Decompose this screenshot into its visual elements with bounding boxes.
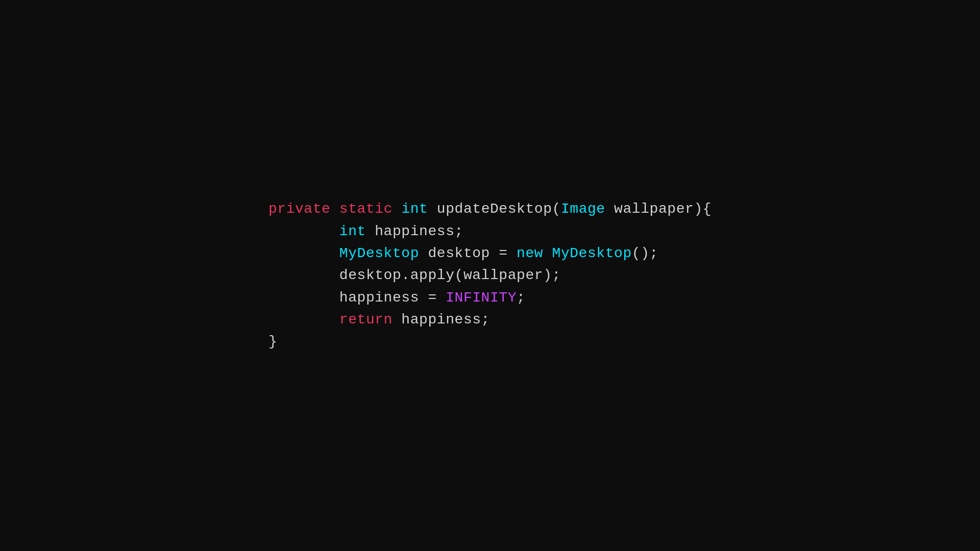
- code-line-line3: MyDesktop desktop = new MyDesktop();: [268, 242, 712, 264]
- code-token: [330, 201, 339, 217]
- code-token: happiness;: [393, 312, 490, 328]
- code-token: [543, 245, 552, 261]
- code-token: Image: [561, 201, 605, 217]
- code-token: wallpaper){: [605, 201, 712, 217]
- code-token: INFINITY: [446, 290, 517, 306]
- code-line-line1: private static int updateDesktop(Image w…: [268, 198, 712, 220]
- code-line-line4: desktop.apply(wallpaper);: [268, 264, 712, 286]
- code-token: updateDesktop(: [428, 201, 560, 217]
- code-token: new: [517, 245, 543, 261]
- code-token: }: [268, 334, 277, 349]
- code-token: apply(wallpaper);: [410, 267, 561, 283]
- code-token: desktop: [268, 267, 401, 283]
- code-token: [268, 245, 339, 261]
- code-line-line5: happiness = INFINITY;: [268, 287, 712, 309]
- code-token: [268, 312, 339, 328]
- code-token: MyDesktop: [339, 245, 419, 261]
- code-block: private static int updateDesktop(Image w…: [268, 198, 712, 353]
- code-token: int: [339, 223, 366, 239]
- code-token: return: [339, 312, 393, 328]
- code-token: private: [268, 201, 331, 217]
- code-token: MyDesktop: [552, 245, 632, 261]
- code-line-line2: int happiness;: [268, 220, 712, 242]
- code-token: [393, 201, 401, 217]
- code-token: happiness =: [268, 290, 446, 306]
- code-token: ;: [517, 290, 525, 306]
- code-token: happiness;: [366, 223, 463, 239]
- code-token: ();: [632, 245, 658, 261]
- code-token: desktop =: [419, 245, 517, 261]
- code-line-line7: }: [268, 331, 712, 353]
- code-token: [268, 223, 339, 239]
- code-token: static: [339, 201, 393, 217]
- code-line-line6: return happiness;: [268, 309, 712, 331]
- code-token: .: [401, 267, 410, 283]
- code-token: int: [401, 201, 428, 217]
